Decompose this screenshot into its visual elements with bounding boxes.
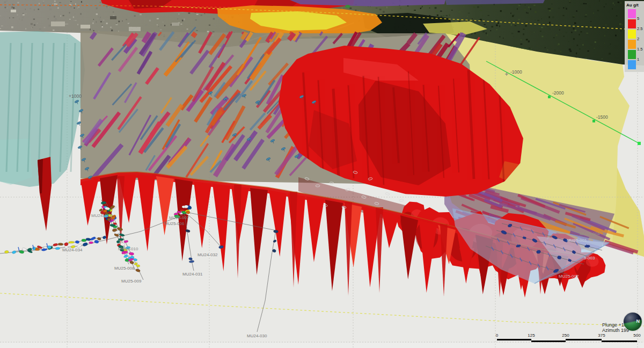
drillhole-label[interactable]: MU24-032 <box>197 252 218 257</box>
drillhole-label[interactable]: MU25-007 <box>169 215 189 220</box>
viewport-3d[interactable]: MU24-033MU24-034MU25-010MU25-008MU25-009… <box>0 0 644 348</box>
drillhole-label[interactable]: 5-003 <box>584 256 595 260</box>
compass-north-letter: N <box>636 318 640 324</box>
compass-ball[interactable]: N <box>624 313 642 331</box>
scale-tick-label: 250 <box>562 333 569 338</box>
legend-swatch[interactable] <box>628 50 636 59</box>
legend-value-label: 5 <box>637 16 639 21</box>
drillhole-label[interactable]: MU25-004 <box>580 231 600 236</box>
legend-title: Au g/t <box>626 3 639 8</box>
scale-tick-label: 375 <box>598 333 605 338</box>
drillhole-label[interactable]: MU25-002 <box>559 274 579 279</box>
legend-value-label: 1.5 <box>637 47 642 52</box>
scale-tick-label: 0 <box>496 333 498 338</box>
azimuth-label: Azimuth 199 <box>602 328 629 333</box>
drillhole-label[interactable]: MU24-034 <box>62 248 83 252</box>
drillhole-label[interactable]: MU24-030 <box>247 334 267 338</box>
drillhole-label[interactable]: MU25-009 <box>121 279 142 284</box>
legend-swatch[interactable] <box>628 30 636 39</box>
legend-value-label: 1 <box>637 57 639 62</box>
legend-value-label: 2 <box>637 37 639 41</box>
legend-swatch[interactable] <box>628 19 636 28</box>
scale-bar-segment <box>602 340 637 342</box>
scale-tick-label: 500 <box>633 333 640 338</box>
legend-value-label: 2.5 <box>637 26 642 31</box>
scale-tick-label: 125 <box>528 333 535 338</box>
elevation-label: -1500 <box>596 114 608 120</box>
drillhole-label[interactable]: MU25-008 <box>114 266 135 271</box>
drillhole-label[interactable]: MU24-031 <box>182 272 203 277</box>
elevation-label: -2000 <box>552 90 564 96</box>
drillhole-label[interactable]: MU25-010 <box>118 247 138 251</box>
legend-swatch[interactable] <box>628 40 636 49</box>
scale-bar: 0125250375500 <box>497 333 638 343</box>
scale-bar-segment <box>531 340 566 342</box>
elevation-label: +1000 <box>69 93 82 99</box>
scale-bar-segment <box>497 339 531 340</box>
legend-swatch[interactable] <box>628 60 636 69</box>
scene-svg[interactable]: MU24-033MU24-034MU25-010MU25-008MU25-009… <box>0 0 644 348</box>
drillhole-label[interactable]: MU25-006 <box>164 221 185 226</box>
scale-bar-segment <box>566 339 602 340</box>
legend-panel: Au g/t 52.521.51 <box>625 1 644 72</box>
drillhole-label[interactable]: MU25-001 <box>567 238 587 243</box>
elevation-label: -1000 <box>510 69 522 75</box>
legend-swatch[interactable] <box>628 9 636 18</box>
drillhole-label[interactable]: MU24-033 <box>91 213 112 218</box>
